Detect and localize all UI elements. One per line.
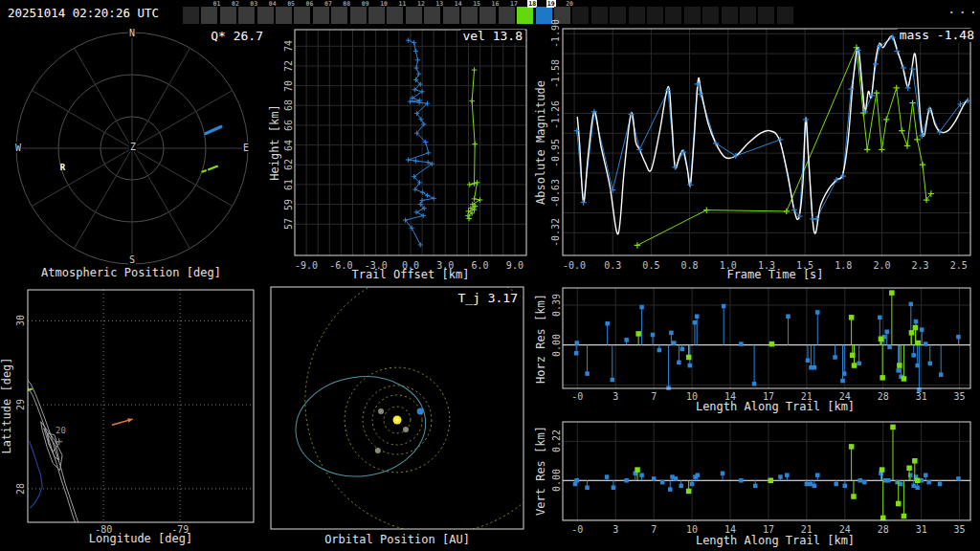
tick-label: 21 <box>801 390 813 401</box>
tick-label: 14 <box>724 390 736 401</box>
tick-label: 61 <box>283 179 294 190</box>
mag-ylabel: Absolute Magnitude <box>535 79 547 204</box>
tick-label: 17 <box>763 390 774 401</box>
tick-label: -79 <box>171 524 189 535</box>
tick-label: -0.63 <box>550 179 561 208</box>
atmo-caption: Atmospheric Position [deg] <box>41 267 221 279</box>
tick-label: 31 <box>916 523 927 534</box>
tick-label: -0 <box>571 390 583 401</box>
tick-label: 0.39 <box>550 294 561 317</box>
radiant-marker: R <box>60 164 65 173</box>
atmo-stat: Q* 26.7 <box>209 30 265 43</box>
tick-label: 59 <box>283 199 294 210</box>
compass-w-label: W <box>14 143 22 153</box>
tick-label: 3.0 <box>436 259 454 270</box>
tick-label: 0.00 <box>550 334 561 357</box>
trail-caption: Trail Offset [km] <box>352 269 470 281</box>
horz-ylabel: Horz Res [km] <box>535 294 547 384</box>
tick-label: -6.0 <box>329 259 352 270</box>
map-caption: Longitude [deg] <box>89 533 192 545</box>
tick-label: 70 <box>283 80 294 92</box>
tick-label: -0.0 <box>563 259 586 270</box>
trail-stat: vel 13.8 <box>460 30 524 43</box>
tick-label: 57 <box>283 218 294 230</box>
tick-label: 10 <box>686 390 698 401</box>
map-marker-label: 20 <box>56 427 66 436</box>
tick-label: 0.3 <box>604 259 621 270</box>
tick-label: 24 <box>839 523 851 534</box>
tick-label: 0.00 <box>550 469 561 492</box>
tick-label: 30 <box>14 315 25 326</box>
tick-label: 68 <box>283 99 294 111</box>
tick-label: 1.0 <box>720 259 737 270</box>
tick-label: 1.5 <box>796 259 813 270</box>
tick-label: -1.58 <box>550 59 561 88</box>
tick-label: 35 <box>954 390 966 401</box>
tick-label: 9.0 <box>506 259 523 270</box>
tick-label: 1.8 <box>835 259 852 270</box>
tick-label: 14 <box>724 523 736 534</box>
trail-ylabel: Height [km] <box>269 104 281 180</box>
tick-label: 3 <box>612 523 618 534</box>
tick-label: 28 <box>878 523 889 534</box>
tick-label: 64 <box>283 140 294 151</box>
tick-label: 6.0 <box>472 259 489 270</box>
tick-label: -9.0 <box>295 259 318 270</box>
tick-label: 0.0 <box>402 259 419 270</box>
tick-label: 3 <box>612 390 618 401</box>
tick-label: 2.0 <box>873 259 890 270</box>
tick-label: 17 <box>763 523 774 534</box>
tick-label: 7 <box>651 523 657 534</box>
meteor-dashboard: 20251014 02:20:26 UTC 010203040506070809… <box>0 0 980 551</box>
tick-label: 29 <box>14 399 25 410</box>
compass-z-label: Z <box>129 141 137 151</box>
horz-caption: Length Along Trail [km] <box>696 401 855 413</box>
orbit-stat: T_j 3.17 <box>456 292 520 305</box>
tick-label: 74 <box>283 40 294 52</box>
tick-label: 35 <box>954 523 966 534</box>
compass-s-label: S <box>128 254 136 265</box>
vert-ylabel: Vert Res [km] <box>535 426 547 516</box>
vert-caption: Length Along Trail [km] <box>696 535 855 547</box>
tick-label: 0.22 <box>550 430 561 452</box>
tick-label: 24 <box>839 390 851 401</box>
tick-label: 2.3 <box>912 259 929 270</box>
tick-label: 7 <box>651 390 657 401</box>
tick-label: 72 <box>283 60 294 72</box>
mag-stat: mass -1.48 <box>898 29 976 42</box>
tick-label: -80 <box>95 524 112 535</box>
tick-label: 10 <box>686 523 698 534</box>
tick-label: -0 <box>571 523 583 534</box>
map-ylabel: Latitude [deg] <box>1 357 13 453</box>
mag-caption: Frame Time [s] <box>726 269 823 281</box>
tick-label: -0.95 <box>550 139 561 167</box>
tick-label: 28 <box>878 390 889 401</box>
tick-label: 0.5 <box>642 259 659 270</box>
compass-n-label: N <box>128 28 136 38</box>
tick-label: -3.0 <box>365 259 388 270</box>
tick-label: 1.3 <box>758 259 775 270</box>
tick-label: -1.90 <box>550 19 561 48</box>
tick-label: 21 <box>801 523 813 534</box>
tick-label: 62 <box>283 159 294 170</box>
tick-label: -1.26 <box>550 99 561 128</box>
tick-label: 2.5 <box>950 259 968 270</box>
tick-label: 66 <box>283 120 294 131</box>
compass-e-label: E <box>242 143 250 153</box>
orbit-caption: Orbital Position [AU] <box>324 534 470 546</box>
tick-label: 28 <box>14 483 25 495</box>
tick-label: 0.8 <box>681 259 699 270</box>
tick-label: -0.32 <box>550 218 561 247</box>
tick-label: 31 <box>916 390 927 401</box>
